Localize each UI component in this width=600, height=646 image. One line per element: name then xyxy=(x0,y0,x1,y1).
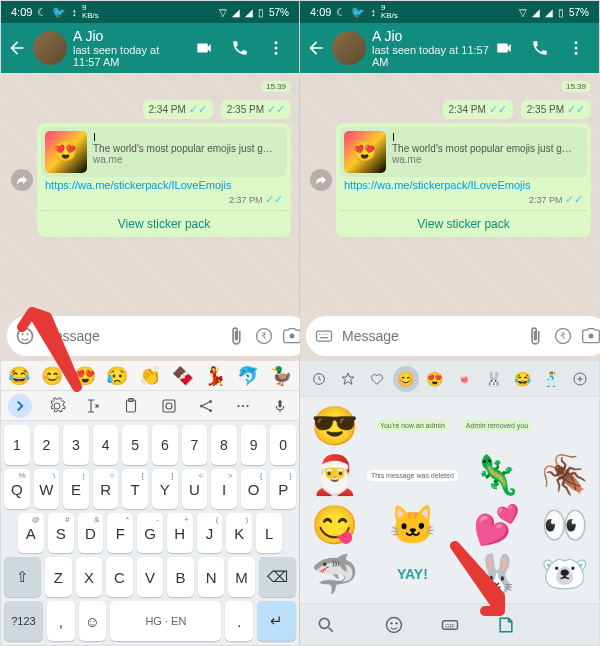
key-k[interactable]: K) xyxy=(226,513,252,553)
message-bubble[interactable]: I The world's most popular emojis just g… xyxy=(37,123,291,237)
chevron-right-icon[interactable] xyxy=(8,394,32,418)
message-input[interactable] xyxy=(43,328,218,344)
key-v[interactable]: V xyxy=(137,557,164,597)
favorites-tab[interactable] xyxy=(335,366,361,392)
emoji-icon[interactable] xyxy=(15,326,35,346)
key-q[interactable]: Q% xyxy=(4,469,30,509)
key-w[interactable]: W\ xyxy=(34,469,60,509)
key-r[interactable]: R= xyxy=(93,469,119,509)
sticker-item[interactable]: 💕 xyxy=(462,502,532,548)
emoji-tab[interactable] xyxy=(380,611,408,639)
contact-info[interactable]: A Jio last seen today at 11:57 AM xyxy=(372,28,489,68)
more-icon[interactable] xyxy=(267,39,285,57)
key-7[interactable]: 7 xyxy=(182,425,208,465)
key-9[interactable]: 9 xyxy=(241,425,267,465)
clipboard-icon[interactable] xyxy=(119,394,143,418)
forward-icon[interactable] xyxy=(11,169,33,191)
contact-info[interactable]: A Jio last seen today at 11:57 AM xyxy=(73,28,189,68)
emoji-suggest[interactable]: 😊 xyxy=(41,365,63,387)
sticker-item[interactable]: YAY! xyxy=(367,552,458,598)
key-j[interactable]: J( xyxy=(197,513,223,553)
gear-icon[interactable] xyxy=(45,394,69,418)
phone-icon[interactable] xyxy=(531,39,549,57)
chat-area[interactable]: 15.39 2:34 PM✓✓ 2:35 PM✓✓ I The world's … xyxy=(300,73,599,311)
sticker-item[interactable]: 👀 xyxy=(536,502,593,548)
key-e[interactable]: E| xyxy=(63,469,89,509)
sticker-item[interactable]: 🐰 xyxy=(462,552,532,598)
message-input[interactable] xyxy=(342,328,517,344)
key-6[interactable]: 6 xyxy=(152,425,178,465)
more-icon[interactable] xyxy=(567,39,585,57)
key-0[interactable]: 0 xyxy=(270,425,296,465)
sticker-item[interactable]: This message was deleted xyxy=(367,453,458,499)
key-u[interactable]: U< xyxy=(182,469,208,509)
backspace-key[interactable]: ⌫ xyxy=(259,557,296,597)
sticker-item[interactable]: 🐻‍❄️ xyxy=(536,552,593,598)
video-icon[interactable] xyxy=(495,39,513,57)
sticker-item[interactable]: 🎅 xyxy=(306,453,363,499)
sticker-pack-tab[interactable]: 🕺 xyxy=(538,366,564,392)
back-icon[interactable] xyxy=(306,38,326,58)
key-2[interactable]: 2 xyxy=(34,425,60,465)
sticker-pack-tab[interactable]: 😂 xyxy=(509,366,535,392)
key-s[interactable]: S# xyxy=(48,513,74,553)
key-g[interactable]: G- xyxy=(137,513,163,553)
avatar[interactable] xyxy=(332,31,366,65)
attach-icon[interactable] xyxy=(525,326,545,346)
emoji-suggest[interactable]: 🦆 xyxy=(270,365,292,387)
keyboard-more-icon[interactable] xyxy=(231,394,255,418)
sticker-item[interactable]: 🦎 xyxy=(462,453,532,499)
key-b[interactable]: B xyxy=(167,557,194,597)
key-i[interactable]: I> xyxy=(211,469,237,509)
emoji-suggest[interactable]: 🍫 xyxy=(172,365,194,387)
phone-icon[interactable] xyxy=(231,39,249,57)
comma-key[interactable]: , xyxy=(47,601,75,641)
sticker-item[interactable]: Admin removed you xyxy=(462,403,532,449)
key-l[interactable]: L xyxy=(256,513,282,553)
message-link[interactable]: https://wa.me/stickerpack/ILoveEmojis xyxy=(340,177,587,193)
sticker-pack-tab[interactable]: 😍 xyxy=(422,366,448,392)
video-icon[interactable] xyxy=(195,39,213,57)
sticker-item[interactable]: 😋 xyxy=(306,502,363,548)
key-z[interactable]: Z xyxy=(45,557,72,597)
key-d[interactable]: D& xyxy=(78,513,104,553)
share-icon[interactable] xyxy=(194,394,218,418)
mic-icon[interactable] xyxy=(268,394,292,418)
key-t[interactable]: T[ xyxy=(122,469,148,509)
emoji-suggest[interactable]: 😍 xyxy=(74,365,96,387)
chat-area[interactable]: 15.39 2:34 PM✓✓ 2:35 PM✓✓ I The world's … xyxy=(1,73,299,311)
sticker-item[interactable]: You're now an admin xyxy=(367,403,458,449)
rupee-icon[interactable]: ₹ xyxy=(254,326,274,346)
recent-tab[interactable] xyxy=(306,366,332,392)
back-icon[interactable] xyxy=(7,38,27,58)
key-4[interactable]: 4 xyxy=(93,425,119,465)
key-3[interactable]: 3 xyxy=(63,425,89,465)
camera-icon[interactable] xyxy=(581,326,600,346)
emoji-suggest[interactable]: 👏 xyxy=(139,365,161,387)
sticker-pack-tab[interactable]: 🍬 xyxy=(451,366,477,392)
symbols-key[interactable]: ?123 xyxy=(4,601,43,641)
view-sticker-pack[interactable]: View sticker pack xyxy=(41,210,287,233)
sticker-item[interactable]: 🐱 xyxy=(367,502,458,548)
key-o[interactable]: O{ xyxy=(241,469,267,509)
message-link[interactable]: https://wa.me/stickerpack/ILoveEmojis xyxy=(41,177,287,193)
key-h[interactable]: H+ xyxy=(167,513,193,553)
link-preview[interactable]: I The world's most popular emojis just g… xyxy=(41,127,287,177)
rupee-icon[interactable]: ₹ xyxy=(553,326,573,346)
keyboard-icon[interactable] xyxy=(314,326,334,346)
sticker-tab[interactable] xyxy=(492,611,520,639)
avatar[interactable] xyxy=(33,31,67,65)
message-bubble[interactable]: I The world's most popular emojis just g… xyxy=(336,123,591,237)
key-8[interactable]: 8 xyxy=(211,425,237,465)
period-key[interactable]: . xyxy=(225,601,253,641)
forward-icon[interactable] xyxy=(310,169,332,191)
sticker-item[interactable]: 🪳 xyxy=(536,453,593,499)
key-m[interactable]: M xyxy=(228,557,255,597)
link-preview[interactable]: I The world's most popular emojis just g… xyxy=(340,127,587,177)
gif-tab[interactable]: GIF xyxy=(436,611,464,639)
emoji-suggest[interactable]: 🐬 xyxy=(237,365,259,387)
emoji-suggest[interactable]: 😂 xyxy=(8,365,30,387)
key-f[interactable]: F* xyxy=(107,513,133,553)
sticker-pack-tab[interactable]: 🐰 xyxy=(480,366,506,392)
shift-key[interactable]: ⇧ xyxy=(4,557,41,597)
